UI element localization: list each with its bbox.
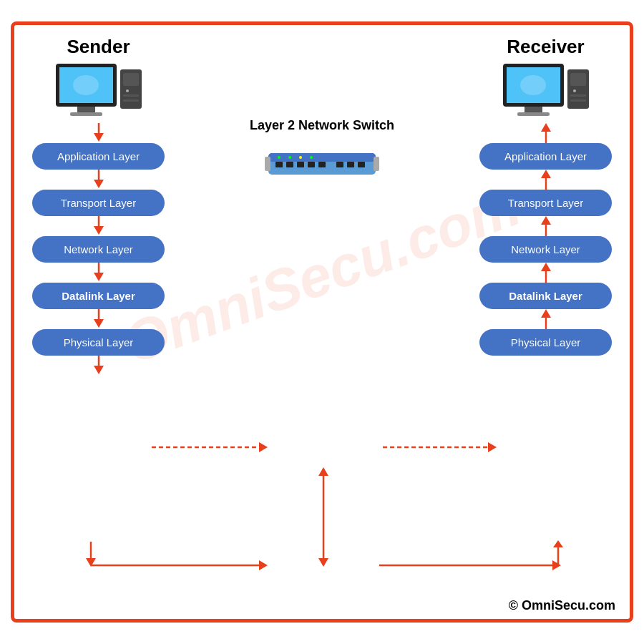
arrow-sender-datalink-to-physical bbox=[92, 309, 106, 329]
svg-rect-2 bbox=[77, 107, 95, 112]
svg-marker-13 bbox=[94, 180, 104, 188]
svg-rect-8 bbox=[123, 99, 139, 102]
switch-label: Layer 2 Network Switch bbox=[250, 118, 394, 133]
receiver-physical-layer: Physical Layer bbox=[479, 329, 612, 356]
sender-transport-layer: Transport Layer bbox=[32, 190, 165, 216]
svg-rect-7 bbox=[123, 94, 139, 97]
sender-network-layer: Network Layer bbox=[32, 236, 165, 263]
svg-marker-21 bbox=[94, 366, 104, 374]
receiver-app-layer: Application Layer bbox=[479, 143, 612, 170]
arrow-sender-network-to-datalink bbox=[92, 263, 106, 283]
sender-physical-layer: Physical Layer bbox=[32, 329, 165, 356]
receiver-computer-icon bbox=[499, 62, 592, 123]
arrow-receiver-transport-to-app bbox=[539, 170, 553, 190]
sender-column: Sender bbox=[21, 36, 175, 597]
receiver-column: Receiver Application Layer bbox=[469, 36, 623, 597]
svg-marker-15 bbox=[94, 226, 104, 235]
arrow-sender-app-to-transport bbox=[92, 170, 106, 190]
svg-point-35 bbox=[310, 156, 313, 159]
arrow-receiver-app-to-computer bbox=[539, 123, 553, 143]
svg-rect-46 bbox=[570, 99, 586, 102]
svg-rect-30 bbox=[347, 162, 354, 167]
switch-icon bbox=[265, 146, 379, 182]
svg-rect-27 bbox=[308, 162, 315, 167]
center-column: Layer 2 Network Switch bbox=[175, 36, 469, 597]
footer: © OmniSecu.com bbox=[509, 598, 615, 613]
svg-rect-45 bbox=[570, 94, 586, 97]
arrow-receiver-datalink-to-network bbox=[539, 263, 553, 283]
svg-rect-28 bbox=[318, 162, 326, 167]
svg-rect-40 bbox=[525, 107, 542, 112]
arrow-receiver-network-to-transport bbox=[539, 216, 553, 236]
sender-datalink-layer: Datalink Layer bbox=[32, 283, 165, 309]
arrow-sender-transport-to-network bbox=[92, 216, 106, 236]
arrow-receiver-physical-to-datalink bbox=[539, 309, 553, 329]
svg-rect-25 bbox=[286, 162, 293, 167]
svg-rect-29 bbox=[336, 162, 343, 167]
arrow-sender-computer-to-app bbox=[92, 123, 106, 143]
svg-rect-23 bbox=[268, 153, 376, 162]
arrow-sender-physical-to-bottom bbox=[92, 356, 106, 376]
svg-marker-19 bbox=[94, 319, 104, 328]
svg-rect-43 bbox=[570, 73, 586, 86]
svg-rect-3 bbox=[70, 112, 102, 116]
svg-rect-41 bbox=[517, 112, 550, 116]
svg-point-33 bbox=[288, 156, 291, 159]
sender-computer-icon bbox=[52, 62, 145, 123]
svg-rect-31 bbox=[358, 162, 365, 167]
footer-copyright: © OmniSecu.com bbox=[509, 598, 615, 613]
svg-rect-37 bbox=[374, 157, 379, 171]
receiver-datalink-layer: Datalink Layer bbox=[479, 283, 612, 309]
svg-rect-5 bbox=[123, 73, 139, 86]
svg-marker-11 bbox=[94, 133, 104, 142]
svg-point-32 bbox=[278, 156, 280, 159]
svg-point-6 bbox=[126, 89, 129, 92]
svg-point-34 bbox=[299, 156, 302, 159]
svg-point-44 bbox=[573, 89, 576, 92]
svg-point-47 bbox=[520, 75, 546, 95]
svg-rect-26 bbox=[297, 162, 304, 167]
receiver-transport-layer: Transport Layer bbox=[479, 190, 612, 216]
svg-point-9 bbox=[73, 75, 99, 95]
svg-rect-24 bbox=[275, 162, 283, 167]
svg-rect-36 bbox=[265, 157, 270, 171]
receiver-network-layer: Network Layer bbox=[479, 236, 612, 263]
sender-app-layer: Application Layer bbox=[32, 143, 165, 170]
sender-title: Sender bbox=[67, 36, 130, 58]
svg-marker-17 bbox=[94, 273, 104, 281]
outer-border: OmniSecu.com Sender bbox=[11, 21, 633, 623]
receiver-title: Receiver bbox=[507, 36, 584, 58]
